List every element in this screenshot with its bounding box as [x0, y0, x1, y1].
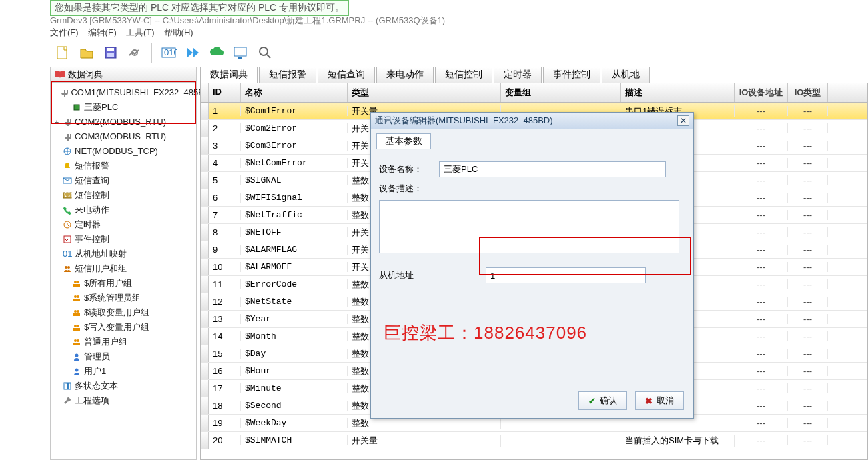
tree-item-label: 多状态文本 [75, 379, 118, 393]
cell-desc: 当前插入的SIM卡与下载 [621, 435, 735, 447]
cell-id: 8 [209, 227, 241, 237]
tree-item[interactable]: 事件控制 [52, 232, 195, 247]
tab-5[interactable]: 定时器 [494, 67, 542, 83]
cell-id: 9 [209, 245, 241, 255]
col-group[interactable]: 变量组 [501, 83, 621, 102]
tree-item-label: COM2(MODBUS_RTU) [75, 115, 166, 129]
menu-file[interactable]: 文件(F) [50, 27, 79, 39]
cell-id: 15 [209, 349, 241, 359]
cell-iotype: --- [788, 418, 828, 428]
cell-iotype: --- [788, 349, 828, 359]
tree-item[interactable]: 用户1 [52, 364, 195, 379]
menu-bar: 文件(F) 编辑(E) 工具(T) 帮助(H) [50, 27, 193, 39]
cell-io: --- [735, 158, 788, 168]
cell-io: --- [735, 366, 788, 376]
svg-rect-2 [107, 48, 114, 51]
svg-point-21 [77, 281, 79, 283]
col-iotype[interactable]: IO类型 [788, 83, 828, 102]
x-icon: ✖ [645, 396, 653, 406]
search-button[interactable] [255, 43, 275, 63]
tree-item[interactable]: 0101从机地址映射 [52, 247, 195, 261]
cell-id: 5 [209, 175, 241, 185]
svg-point-26 [74, 310, 77, 313]
tree-item[interactable]: $读取变量用户组 [52, 305, 195, 320]
cell-id: 4 [209, 158, 241, 168]
tree-item[interactable]: Cmd短信控制 [52, 188, 195, 203]
row-header [201, 137, 209, 154]
svg-rect-34 [73, 343, 80, 345]
tree-item[interactable]: 来电动作 [52, 203, 195, 217]
dialog-title-bar[interactable]: 通讯设备编辑器(MITSUBISHI_FX232_485BD) ✕ [371, 113, 693, 129]
menu-help[interactable]: 帮助(H) [164, 27, 193, 39]
menu-tool[interactable]: 工具(T) [126, 27, 155, 39]
tree-item[interactable]: +COM2(MODBUS_RTU) [52, 115, 195, 129]
twisty-icon[interactable]: + [53, 115, 60, 129]
cell-io: --- [735, 141, 788, 151]
tree-item[interactable]: $写入变量用户组 [52, 320, 195, 335]
menu-edit[interactable]: 编辑(E) [88, 27, 117, 39]
tab-3[interactable]: 来电动作 [376, 67, 434, 83]
col-type[interactable]: 类型 [348, 83, 501, 102]
col-id[interactable]: ID [209, 83, 241, 102]
tab-6[interactable]: 事件控制 [543, 67, 600, 83]
tree-item[interactable]: COM3(MODBUS_RTU) [52, 129, 195, 144]
cell-io: --- [735, 349, 788, 359]
tab-1[interactable]: 短信报警 [259, 67, 316, 83]
text-icon: T [62, 381, 73, 391]
svg-text:0101: 0101 [164, 47, 177, 57]
tree-item[interactable]: 短信查询 [52, 173, 195, 188]
phone-icon [62, 205, 73, 215]
tree-item[interactable]: −短信用户和组 [52, 261, 195, 276]
table-row[interactable]: 20$SIMMATCH开关量当前插入的SIM卡与下载------ [201, 432, 867, 449]
row-header [201, 397, 209, 414]
col-name[interactable]: 名称 [241, 83, 348, 102]
tree-item[interactable]: −COM1(MITSUBISHI_FX232_485BD) [52, 85, 195, 100]
toolbar-separator [151, 43, 152, 63]
tab-2[interactable]: 短信查询 [318, 67, 375, 83]
twisty-icon[interactable]: − [53, 261, 60, 276]
cell-io: --- [735, 297, 788, 307]
tree-item[interactable]: 短信报警 [52, 159, 195, 173]
tree-item[interactable]: T多状态文本 [52, 379, 195, 393]
cancel-button[interactable]: ✖ 取消 [635, 391, 684, 410]
tree-item[interactable]: $系统管理员组 [52, 291, 195, 305]
settings-button[interactable] [125, 43, 145, 63]
slave-addr-input[interactable] [486, 267, 646, 283]
run-button[interactable] [183, 43, 203, 63]
twisty-icon[interactable]: − [53, 85, 57, 100]
row-header [201, 155, 209, 171]
svg-point-20 [74, 281, 77, 283]
close-button[interactable]: ✕ [677, 115, 689, 126]
tree-item[interactable]: 普通用户组 [52, 335, 195, 349]
device-desc-textarea[interactable] [379, 200, 679, 253]
new-button[interactable] [53, 43, 73, 63]
open-button[interactable] [77, 43, 97, 63]
cell-id: 3 [209, 141, 241, 151]
monitor-button[interactable] [231, 43, 251, 63]
row-header [201, 103, 209, 119]
col-io[interactable]: IO设备地址 [735, 83, 788, 102]
tab-4[interactable]: 短信控制 [435, 67, 492, 83]
dialog-tab-basic[interactable]: 基本参数 [376, 133, 431, 149]
cell-iotype: --- [788, 279, 828, 289]
tree-item[interactable]: 工程选项 [52, 393, 195, 408]
tab-0[interactable]: 数据词典 [200, 67, 258, 83]
ok-label: 确认 [600, 395, 617, 407]
tree-item[interactable]: 管理员 [52, 349, 195, 364]
users-icon [62, 263, 73, 274]
cloud-button[interactable] [207, 43, 227, 63]
tree-item[interactable]: NET(MODBUS_TCP) [52, 144, 195, 159]
user-icon [71, 366, 82, 377]
grp-icon [71, 278, 82, 289]
device-name-input[interactable] [439, 161, 666, 177]
tab-7[interactable]: 从机地 [602, 67, 650, 83]
tree-item[interactable]: 三菱PLC [52, 100, 195, 115]
col-desc[interactable]: 描述 [621, 83, 735, 102]
plug-icon [59, 87, 69, 98]
ok-button[interactable]: ✔ 确认 [578, 391, 627, 410]
tree-item[interactable]: $所有用户组 [52, 276, 195, 291]
wrench-icon [62, 395, 73, 406]
tree-item[interactable]: 定时器 [52, 217, 195, 232]
save-button[interactable] [101, 43, 121, 63]
compile-button[interactable]: 0101 [159, 43, 179, 63]
